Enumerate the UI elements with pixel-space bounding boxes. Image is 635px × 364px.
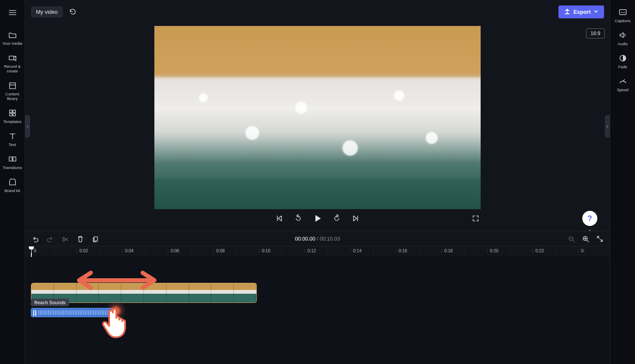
timeline-ruler[interactable]	[25, 246, 610, 257]
sidebar-item-content-library[interactable]: Content library	[0, 77, 25, 105]
sidebar-item-label: Speed	[617, 87, 628, 92]
ruler-tick	[441, 249, 442, 253]
svg-rect-2	[620, 10, 626, 15]
skip-end-button[interactable]	[351, 213, 361, 223]
skip-next-icon	[352, 214, 360, 223]
sidebar-item-label: Templates	[3, 119, 21, 124]
aspect-ratio-button[interactable]: 16:9	[586, 28, 605, 38]
ruler-tick	[396, 249, 396, 253]
captions-icon	[618, 8, 627, 17]
fullscreen-button[interactable]	[471, 213, 481, 223]
rewind-button[interactable]	[293, 213, 303, 223]
undo-button[interactable]	[31, 235, 39, 243]
clip-handle-left-icon	[33, 310, 36, 316]
ruler-minor-tick	[328, 250, 328, 252]
sidebar-item-label: Transitions	[3, 165, 22, 170]
split-button[interactable]	[61, 235, 69, 243]
help-button[interactable]: ?	[582, 211, 597, 226]
export-button[interactable]: Export	[558, 5, 604, 18]
library-icon	[8, 81, 17, 90]
redo-button[interactable]	[46, 235, 54, 243]
left-sidebar: Your media Record & create Content libra…	[0, 0, 25, 364]
folder-icon	[8, 30, 17, 39]
clip-handle-right[interactable]	[112, 308, 114, 317]
sidebar-item-label: Brand kit	[5, 188, 20, 193]
preview-area: › ‹ 16:9	[25, 23, 610, 229]
play-icon	[313, 214, 322, 223]
menu-button[interactable]	[4, 4, 21, 21]
ruler-tick	[533, 249, 533, 253]
sidebar-item-transitions[interactable]: Transitions	[0, 151, 25, 174]
camera-icon	[8, 53, 17, 62]
fullscreen-icon	[471, 214, 480, 223]
ruler-minor-tick	[100, 250, 100, 252]
duplicate-icon	[92, 235, 99, 243]
transitions-icon	[8, 154, 17, 164]
fit-icon	[596, 235, 604, 243]
audio-clip-label: Beach Sounds	[31, 299, 69, 306]
sidebar-item-audio[interactable]: Audio	[610, 27, 635, 50]
transport-controls	[154, 213, 481, 223]
speaker-icon	[618, 31, 627, 40]
help-icon: ?	[588, 214, 592, 223]
current-time: 00:00.00	[295, 236, 315, 242]
timeline-tracks[interactable]: Beach Sounds	[25, 257, 610, 364]
sidebar-item-your-media[interactable]: Your media	[0, 27, 25, 50]
ruler-minor-tick	[556, 250, 556, 252]
sidebar-item-label: Audio	[617, 41, 627, 46]
refresh-button[interactable]	[67, 6, 79, 18]
upload-icon	[564, 9, 570, 15]
delete-button[interactable]	[76, 235, 84, 243]
zoom-in-icon	[582, 235, 589, 243]
ruler-tick	[259, 249, 259, 253]
ruler-tick	[305, 249, 305, 253]
hamburger-icon	[8, 8, 17, 17]
sidebar-item-fade[interactable]: Fade	[610, 50, 635, 73]
ruler-minor-tick	[54, 250, 54, 252]
rewind-icon	[294, 214, 302, 223]
ruler-minor-tick	[191, 250, 191, 252]
zoom-out-icon	[568, 235, 575, 243]
text-icon	[8, 131, 17, 141]
right-sidebar: Captions Audio Fade Speed	[610, 0, 635, 364]
video-preview[interactable]	[154, 26, 481, 209]
undo-icon	[31, 235, 39, 243]
ruler-tick	[350, 249, 351, 253]
project-title-input[interactable]: My video	[31, 6, 63, 18]
zoom-in-button[interactable]	[581, 235, 590, 243]
sidebar-item-brand-kit[interactable]: Brand kit	[0, 174, 25, 197]
ruler-tick	[31, 249, 31, 253]
ruler-minor-tick	[282, 250, 282, 252]
play-button[interactable]	[312, 213, 323, 223]
ruler-minor-tick	[236, 250, 237, 252]
timeline-toolbar: 00:00.00 / 00:10.03	[25, 231, 610, 246]
forward-icon	[333, 214, 341, 223]
fit-timeline-button[interactable]	[596, 235, 604, 243]
expand-right-panel[interactable]: ‹	[605, 115, 610, 138]
sidebar-item-label: Text	[9, 142, 16, 147]
sidebar-item-speed[interactable]: Speed	[610, 73, 635, 96]
redo-icon	[46, 235, 54, 243]
sidebar-item-templates[interactable]: Templates	[0, 105, 25, 128]
audio-waveform	[38, 310, 113, 315]
sidebar-item-record-create[interactable]: Record & create	[0, 50, 25, 77]
expand-left-panel[interactable]: ›	[25, 115, 30, 138]
ruler-tick	[77, 249, 77, 253]
ruler-minor-tick	[145, 250, 146, 252]
ruler-minor-tick	[510, 250, 510, 252]
export-label: Export	[574, 9, 591, 15]
ruler-minor-tick	[464, 250, 465, 252]
scissors-icon	[61, 235, 69, 243]
sidebar-item-captions[interactable]: Captions	[610, 4, 635, 27]
audio-clip[interactable]	[31, 308, 115, 317]
duplicate-button[interactable]	[91, 235, 100, 243]
ruler-tick	[213, 249, 214, 253]
sidebar-item-text[interactable]: Text	[0, 128, 25, 151]
ruler-minor-tick	[419, 250, 419, 252]
forward-button[interactable]	[332, 213, 342, 223]
ruler-tick	[487, 249, 487, 253]
sidebar-item-label: Fade	[618, 64, 627, 69]
skip-start-button[interactable]	[274, 213, 284, 223]
zoom-out-button[interactable]	[567, 235, 576, 243]
templates-icon	[8, 108, 17, 118]
